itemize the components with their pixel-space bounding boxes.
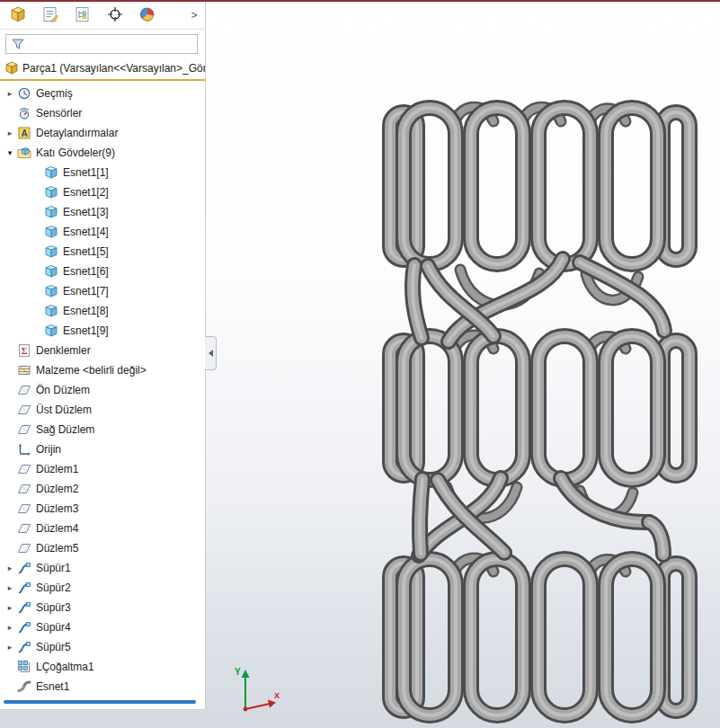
panel-tabs: > xyxy=(0,2,205,30)
solid-body-icon xyxy=(43,165,58,180)
feature-manager-tab[interactable] xyxy=(2,4,34,28)
tree-item-esnet1-3[interactable]: Esnet1[3] xyxy=(0,202,205,222)
tree-item-label: Süpür2 xyxy=(36,582,71,594)
tree-item-s-p-r1[interactable]: ▸Süpür1 xyxy=(0,558,205,578)
tree-item-label: Ön Düzlem xyxy=(36,384,90,396)
configuration-manager-tab[interactable] xyxy=(67,4,99,28)
expander-collapsed-icon[interactable]: ▸ xyxy=(4,637,16,657)
sweep-icon xyxy=(16,581,31,595)
tree-item-esnet1[interactable]: Esnet1 xyxy=(0,677,205,697)
sweep-icon xyxy=(16,640,31,654)
plane-icon xyxy=(16,403,31,417)
tree-item-denklemler[interactable]: ΣDenklemler xyxy=(0,341,205,360)
triad-x-label: X xyxy=(274,691,280,700)
tree-item-esnet1-9[interactable]: Esnet1[9] xyxy=(0,321,205,341)
expander-collapsed-icon[interactable]: ▸ xyxy=(4,84,16,103)
triad-x-arrowhead xyxy=(268,700,276,708)
sensors-icon xyxy=(16,106,31,120)
tree-item-label: Esnet1[7] xyxy=(63,285,109,297)
solid-body-icon xyxy=(43,324,58,338)
tree-item-esnet1-4[interactable]: Esnet1[4] xyxy=(0,222,205,242)
expander-collapsed-icon[interactable]: ▸ xyxy=(4,617,16,637)
configuration-manager-icon xyxy=(74,5,92,26)
tree-item-label: Katı Gövdeler(9) xyxy=(36,146,115,159)
property-manager-icon xyxy=(41,5,59,26)
plane-icon xyxy=(16,383,31,397)
tree-item-n-d-zlem[interactable]: Ön Düzlem xyxy=(0,380,205,400)
tree-item-label: Düzlem3 xyxy=(36,502,78,515)
tree-item-s-p-r4[interactable]: ▸Süpür4 xyxy=(0,617,205,637)
expander-collapsed-icon[interactable]: ▸ xyxy=(4,558,16,578)
tree-item-esnet1-6[interactable]: Esnet1[6] xyxy=(0,262,205,281)
tree-item-st-d-zlem[interactable]: Üst Düzlem xyxy=(0,400,205,420)
tree-item-label: Süpür4 xyxy=(36,621,71,634)
svg-text:A: A xyxy=(21,129,27,138)
tree-item-label: Sağ Düzlem xyxy=(36,423,94,436)
tree-item-label: Esnet1[5] xyxy=(63,245,109,258)
tree-item-s-p-r3[interactable]: ▸Süpür3 xyxy=(0,598,205,617)
tree-item-label: Esnet1[6] xyxy=(63,265,109,278)
tree-item-s-p-r5[interactable]: ▸Süpür5 xyxy=(0,637,205,657)
sweep-icon xyxy=(16,600,31,615)
tree-item-esnet1-8[interactable]: Esnet1[8] xyxy=(0,301,205,321)
tree-item-label: Düzlem5 xyxy=(36,542,78,555)
tree-item-d-zlem2[interactable]: Düzlem2 xyxy=(0,479,205,499)
tree-item-label: Denklemler xyxy=(36,344,91,357)
tree-item-detayland-rmalar[interactable]: ▸ADetaylandırmalar xyxy=(0,123,205,143)
tree-root-item[interactable]: Parça1 (Varsayılan<<Varsayılan>_Gör xyxy=(0,58,205,79)
tree-item-esnet1-7[interactable]: Esnet1[7] xyxy=(0,281,205,301)
tree-item-ge-mi[interactable]: ▸Geçmiş xyxy=(0,84,205,103)
expander-collapsed-icon[interactable]: ▸ xyxy=(4,578,16,598)
tree-item-malzeme-belirli-de-il[interactable]: Malzeme <belirli değil> xyxy=(0,360,205,380)
tree-item-orijin[interactable]: Orijin xyxy=(0,439,205,459)
expander-collapsed-icon[interactable]: ▸ xyxy=(4,598,16,617)
solid-body-icon xyxy=(43,244,58,259)
flex-icon xyxy=(16,679,31,694)
triad-origin-dot xyxy=(244,707,248,712)
tree-item-d-zlem5[interactable]: Düzlem5 xyxy=(0,538,205,558)
stent-model[interactable] xyxy=(390,107,689,715)
tree-item-d-zlem3[interactable]: Düzlem3 xyxy=(0,499,205,519)
feature-manager-icon xyxy=(9,5,27,26)
tree-item-label: Esnet1 xyxy=(36,680,69,693)
feature-tree: ▸GeçmişSensörler▸ADetaylandırmalar▾Katı … xyxy=(0,83,205,697)
expander-collapsed-icon[interactable]: ▸ xyxy=(4,123,16,143)
tree-item-label: Sensörler xyxy=(36,107,82,120)
panel-collapse-handle[interactable] xyxy=(205,336,217,370)
annotations-icon: A xyxy=(16,126,31,140)
tree-item-sa-d-zlem[interactable]: Sağ Düzlem xyxy=(0,420,205,439)
solid-body-icon xyxy=(43,264,58,279)
rollback-bar[interactable] xyxy=(4,700,196,704)
history-icon xyxy=(16,86,31,101)
tree-item-sens-rler[interactable]: Sensörler xyxy=(0,103,205,123)
property-manager-tab[interactable] xyxy=(34,4,67,28)
tree-item-l-o-altma1[interactable]: LÇoğaltma1 xyxy=(0,657,205,677)
tree-item-s-p-r2[interactable]: ▸Süpür2 xyxy=(0,578,205,598)
solid-bodies-folder-icon xyxy=(16,146,31,160)
tree-item-esnet1-1[interactable]: Esnet1[1] xyxy=(0,163,205,182)
tree-item-label: Esnet1[3] xyxy=(63,206,109,218)
tree-item-esnet1-5[interactable]: Esnet1[5] xyxy=(0,242,205,262)
filter-input[interactable] xyxy=(5,34,198,54)
svg-text:Σ: Σ xyxy=(21,346,27,356)
expander-expanded-icon[interactable]: ▾ xyxy=(4,143,16,163)
tree-item-d-zlem1[interactable]: Düzlem1 xyxy=(0,459,205,479)
tree-item-esnet1-2[interactable]: Esnet1[2] xyxy=(0,182,205,202)
tabs-overflow-chevron-icon[interactable]: > xyxy=(185,4,203,26)
tree-item-label: Detaylandırmalar xyxy=(36,127,118,139)
tree-root-label: Parça1 (Varsayılan<<Varsayılan>_Gör xyxy=(22,62,205,75)
plane-icon xyxy=(16,521,31,536)
tree-item-label: Malzeme <belirli değil> xyxy=(36,364,147,377)
tree-item-label: Düzlem4 xyxy=(36,522,78,535)
orientation-triad: Y X xyxy=(235,667,280,711)
filter-funnel-icon xyxy=(10,37,25,51)
tree-item-kat-g-vdeler-9[interactable]: ▾Katı Gövdeler(9) xyxy=(0,143,205,163)
display-manager-tab[interactable] xyxy=(131,4,164,28)
tree-item-label: Süpür5 xyxy=(36,641,71,653)
dimxpert-manager-tab[interactable] xyxy=(99,4,131,28)
tree-item-label: Geçmiş xyxy=(36,87,73,100)
tree-item-d-zlem4[interactable]: Düzlem4 xyxy=(0,519,205,538)
tree-item-label: Süpür1 xyxy=(36,562,71,574)
dimxpert-manager-icon xyxy=(106,5,124,26)
tree-item-label: Süpür3 xyxy=(36,601,71,614)
